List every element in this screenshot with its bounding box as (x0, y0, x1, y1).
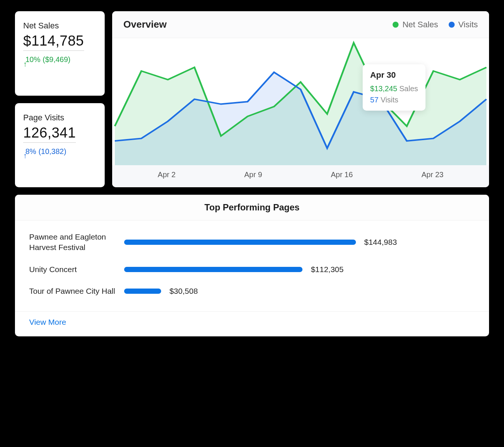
overview-header: Overview Net Sales Visits (112, 11, 489, 38)
overview-card: Overview Net Sales Visits Apr 3 (112, 11, 489, 187)
tooltip-visits-value: 57 (370, 96, 378, 104)
net-sales-delta-pct: 10% (25, 55, 40, 64)
top-page-row[interactable]: Pawnee and Eagleton Harvest Festival$144… (29, 232, 475, 253)
top-page-row[interactable]: Unity Concert$112,305 (29, 264, 475, 275)
top-pages-card: Top Performing Pages Pawnee and Eagleton… (15, 195, 489, 336)
legend-visits-label: Visits (458, 20, 478, 30)
chart-tooltip: Apr 30 $13,245 Sales 57 Visits (363, 64, 425, 111)
page-visits-card: Page Visits 126,341 8% (10,382) (15, 103, 105, 188)
tooltip-sales-row: $13,245 Sales (370, 83, 418, 94)
top-page-bar (124, 240, 356, 245)
page-visits-delta-abs: (10,382) (39, 147, 67, 156)
overview-chart[interactable]: Apr 30 $13,245 Sales 57 Visits (112, 38, 489, 165)
top-page-name: Tour of Pawnee City Hall (29, 286, 115, 296)
dot-icon (449, 22, 455, 28)
tooltip-sales-label: Sales (399, 84, 418, 93)
overview-chart-svg (112, 38, 489, 165)
x-tick: Apr 23 (421, 170, 443, 179)
top-page-value: $112,305 (311, 265, 344, 274)
page-visits-value: 126,341 (23, 125, 76, 143)
top-pages-title: Top Performing Pages (15, 195, 489, 221)
x-tick: Apr 16 (331, 170, 353, 179)
legend-net-sales-label: Net Sales (402, 20, 438, 30)
net-sales-delta: 10% ($9,469) (23, 55, 96, 64)
net-sales-delta-abs: ($9,469) (43, 55, 71, 64)
tooltip-date: Apr 30 (370, 70, 418, 80)
net-sales-value: $114,785 (23, 33, 84, 51)
overview-title: Overview (123, 19, 167, 30)
top-page-row[interactable]: Tour of Pawnee City Hall$30,508 (29, 286, 475, 296)
page-visits-label: Page Visits (23, 113, 96, 123)
top-pages-body: Pawnee and Eagleton Harvest Festival$144… (15, 221, 489, 311)
overview-x-axis: Apr 2Apr 9Apr 16Apr 23 (112, 165, 489, 187)
overview-legend: Net Sales Visits (393, 20, 478, 30)
tooltip-sales-value: $13,245 (370, 84, 397, 93)
top-page-bar (124, 267, 302, 272)
top-page-value: $144,983 (364, 238, 397, 247)
legend-net-sales[interactable]: Net Sales (393, 20, 438, 30)
top-page-name: Pawnee and Eagleton Harvest Festival (29, 232, 115, 253)
top-page-value: $30,508 (169, 287, 198, 296)
x-tick: Apr 2 (158, 170, 176, 179)
tooltip-visits-row: 57 Visits (370, 94, 418, 105)
tooltip-visits-label: Visits (381, 96, 398, 104)
top-page-bar-wrap: $144,983 (124, 238, 475, 247)
net-sales-card: Net Sales $114,785 10% ($9,469) (15, 11, 105, 96)
top-page-bar-wrap: $112,305 (124, 265, 475, 274)
dot-icon (393, 22, 399, 28)
top-page-bar-wrap: $30,508 (124, 287, 475, 296)
legend-visits[interactable]: Visits (449, 20, 478, 30)
top-page-name: Unity Concert (29, 264, 115, 275)
top-pages-footer: View More (15, 311, 489, 336)
view-more-button[interactable]: View More (29, 318, 66, 327)
x-tick: Apr 9 (244, 170, 262, 179)
net-sales-label: Net Sales (23, 21, 96, 31)
page-visits-delta-pct: 8% (25, 147, 36, 156)
page-visits-delta: 8% (10,382) (23, 147, 96, 156)
top-page-bar (124, 289, 161, 294)
